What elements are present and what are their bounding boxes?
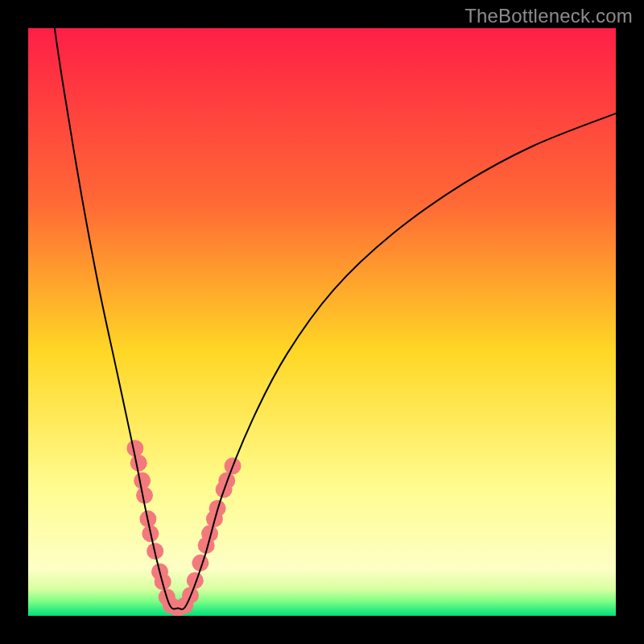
data-marker [134,473,151,489]
plot-area [28,28,616,616]
curve-layer [28,28,616,616]
chart-frame: TheBottleneck.com [0,0,644,644]
data-marker [130,455,147,472]
bottleneck-curve [55,28,616,609]
watermark-text: TheBottleneck.com [464,5,633,27]
marker-cluster [126,440,241,616]
